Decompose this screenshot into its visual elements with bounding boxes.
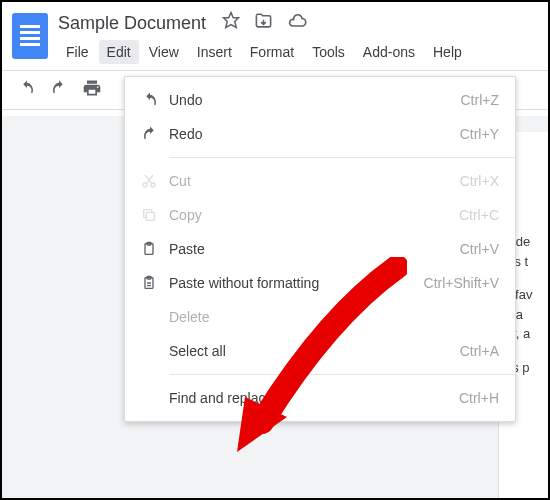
cloud-status-icon[interactable] <box>287 11 307 35</box>
menu-label: Cut <box>169 173 460 189</box>
menu-label: Paste without formatting <box>169 275 424 291</box>
menu-item-copy[interactable]: Copy Ctrl+C <box>125 198 515 232</box>
document-title[interactable]: Sample Document <box>58 13 206 34</box>
menu-addons[interactable]: Add-ons <box>355 40 423 64</box>
menu-shortcut: Ctrl+H <box>459 390 499 406</box>
menu-item-select-all[interactable]: Select all Ctrl+A <box>125 334 515 368</box>
menu-shortcut: Ctrl+C <box>459 207 499 223</box>
edit-dropdown-menu: Undo Ctrl+Z Redo Ctrl+Y Cut Ctrl+X Copy … <box>124 76 516 422</box>
menubar: File Edit View Insert Format Tools Add-o… <box>58 36 548 64</box>
redo-icon <box>141 125 169 143</box>
paste-icon <box>141 241 169 257</box>
menu-label: Redo <box>169 126 460 142</box>
menu-format[interactable]: Format <box>242 40 302 64</box>
menu-item-undo[interactable]: Undo Ctrl+Z <box>125 83 515 117</box>
menu-item-paste-plain[interactable]: Paste without formatting Ctrl+Shift+V <box>125 266 515 300</box>
menu-edit[interactable]: Edit <box>99 40 139 64</box>
menu-separator <box>169 374 515 375</box>
menu-item-find-replace[interactable]: Find and replace Ctrl+H <box>125 381 515 415</box>
menu-shortcut: Ctrl+Y <box>460 126 499 142</box>
undo-icon <box>141 91 169 109</box>
menu-insert[interactable]: Insert <box>189 40 240 64</box>
menu-separator <box>169 157 515 158</box>
menu-label: Undo <box>169 92 461 108</box>
move-icon[interactable] <box>254 11 273 35</box>
menu-item-paste[interactable]: Paste Ctrl+V <box>125 232 515 266</box>
menu-shortcut: Ctrl+A <box>460 343 499 359</box>
menu-label: Find and replace <box>169 390 459 406</box>
paste-plain-icon <box>141 275 169 291</box>
menu-item-cut[interactable]: Cut Ctrl+X <box>125 164 515 198</box>
menu-item-redo[interactable]: Redo Ctrl+Y <box>125 117 515 151</box>
redo-icon[interactable] <box>50 79 68 101</box>
menu-label: Paste <box>169 241 460 257</box>
star-icon[interactable] <box>222 11 240 35</box>
menu-shortcut: Ctrl+Shift+V <box>424 275 499 291</box>
svg-marker-0 <box>224 13 239 28</box>
menu-item-delete[interactable]: Delete <box>125 300 515 334</box>
copy-icon <box>141 207 169 223</box>
menu-view[interactable]: View <box>141 40 187 64</box>
print-icon[interactable] <box>82 78 102 102</box>
menu-shortcut: Ctrl+V <box>460 241 499 257</box>
menu-label: Delete <box>169 309 499 325</box>
menu-label: Copy <box>169 207 459 223</box>
docs-logo[interactable] <box>10 10 50 62</box>
menu-help[interactable]: Help <box>425 40 470 64</box>
menu-file[interactable]: File <box>58 40 97 64</box>
menu-label: Select all <box>169 343 460 359</box>
cut-icon <box>141 173 169 189</box>
svg-rect-3 <box>146 212 154 220</box>
undo-icon[interactable] <box>18 79 36 101</box>
menu-shortcut: Ctrl+Z <box>461 92 500 108</box>
menu-tools[interactable]: Tools <box>304 40 353 64</box>
docs-icon <box>12 13 48 59</box>
menu-shortcut: Ctrl+X <box>460 173 499 189</box>
